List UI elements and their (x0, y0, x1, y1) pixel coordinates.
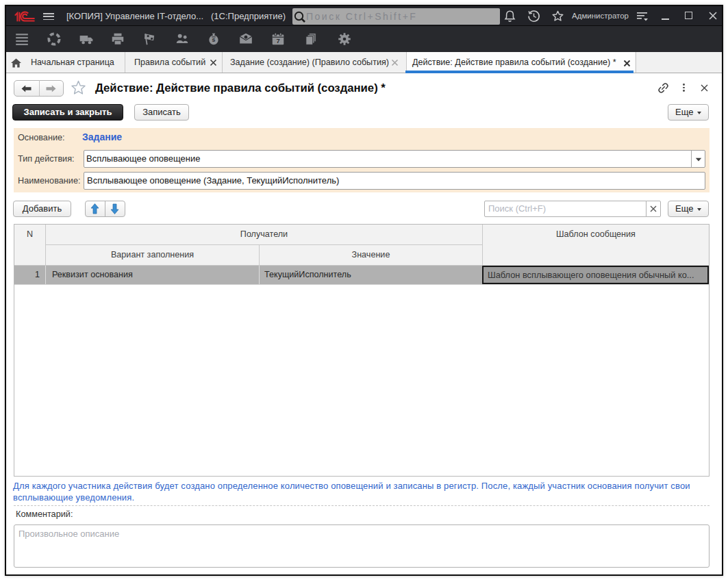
svg-text:7: 7 (276, 38, 279, 45)
svg-text:s: s (212, 36, 216, 43)
